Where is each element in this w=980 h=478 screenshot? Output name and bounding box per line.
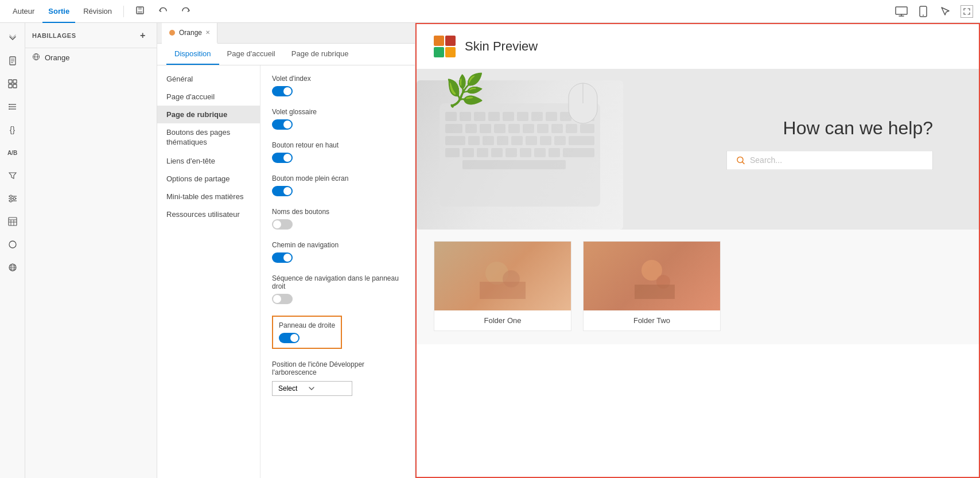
- sidebar-item-orange-label: Orange: [45, 53, 69, 62]
- svg-rect-13: [13, 84, 17, 88]
- noms-boutons-toggle[interactable]: [272, 219, 293, 230]
- svg-rect-42: [445, 112, 457, 121]
- mouse-image: [566, 80, 600, 126]
- chemin-navigation-toggle[interactable]: [272, 252, 293, 263]
- nav-right-area: [895, 5, 973, 18]
- svg-rect-65: [497, 136, 508, 145]
- bouton-retour-row: Bouton retour en haut: [272, 141, 403, 163]
- hero-text-area: How can we help? Search...: [726, 118, 933, 170]
- bouton-retour-toggle[interactable]: [272, 153, 293, 163]
- volet-glossaire-toggle[interactable]: [272, 119, 293, 130]
- bouton-plein-ecran-toggle[interactable]: [272, 186, 293, 196]
- sidebar-item-orange[interactable]: Orange: [25, 48, 157, 67]
- svg-rect-63: [468, 136, 480, 145]
- inner-tab-rubrique[interactable]: Page de rubrique: [283, 44, 357, 65]
- bouton-plein-ecran-label: Bouton mode plein écran: [272, 174, 403, 182]
- save-button[interactable]: [130, 0, 150, 23]
- tab-orange[interactable]: Orange ✕: [162, 23, 217, 44]
- svg-rect-48: [531, 112, 543, 121]
- folder-card-two[interactable]: Folder Two: [583, 241, 721, 331]
- svg-rect-76: [520, 148, 531, 157]
- svg-line-84: [742, 162, 745, 164]
- position-icone-select-value: Select: [278, 384, 297, 392]
- svg-rect-90: [635, 285, 675, 299]
- settings-nav-mini-table[interactable]: Mini-table des matières: [157, 188, 260, 205]
- nav-revision[interactable]: Révision: [77, 0, 118, 23]
- undo-button[interactable]: [153, 0, 173, 23]
- iconbar-expand[interactable]: [2, 28, 23, 48]
- panel-body: Général Page d'accueil Page de rubrique …: [157, 65, 415, 478]
- search-placeholder: Search...: [750, 156, 782, 165]
- globe-icon: [32, 53, 40, 63]
- logo-square-yellow: [445, 47, 456, 57]
- iconbar-ab[interactable]: A/B: [2, 142, 23, 163]
- settings-nav-options-partage[interactable]: Options de partage: [157, 170, 260, 188]
- position-icone-label: Position de l'icône Développer l'arbores…: [272, 360, 403, 376]
- settings-nav-rubrique[interactable]: Page de rubrique: [157, 106, 260, 123]
- svg-rect-79: [563, 148, 594, 157]
- svg-rect-43: [460, 112, 471, 121]
- sequence-navigation-toggle[interactable]: [272, 294, 293, 304]
- nav-auteur[interactable]: Auteur: [7, 0, 40, 23]
- inner-tab-disposition[interactable]: Disposition: [166, 44, 219, 65]
- settings-nav-boutons-thematiques[interactable]: Boutons des pages thématiques: [157, 123, 260, 152]
- preview-border: Skin Preview: [415, 23, 980, 478]
- settings-nav-liens-entete[interactable]: Liens d'en-tête: [157, 152, 260, 170]
- logo-square-red: [445, 36, 456, 46]
- nav-sortie[interactable]: Sortie: [42, 0, 75, 23]
- cursor-tool-button[interactable]: [939, 5, 951, 18]
- folder-card-one[interactable]: Folder One: [434, 241, 571, 331]
- settings-nav-accueil[interactable]: Page d'accueil: [157, 88, 260, 106]
- expand-button[interactable]: [960, 5, 973, 18]
- svg-rect-64: [483, 136, 494, 145]
- plant-decoration: 🌿: [445, 72, 485, 109]
- main-layout: {} A/B HABILLAGES + Orange: [0, 23, 980, 478]
- svg-rect-69: [554, 136, 566, 145]
- iconbar-braces[interactable]: {}: [2, 119, 23, 140]
- iconbar-circle[interactable]: [2, 234, 23, 255]
- logo-square-orange: [434, 36, 444, 46]
- tab-close-button[interactable]: ✕: [205, 29, 210, 36]
- svg-point-19: [9, 108, 10, 110]
- desktop-view-button[interactable]: [895, 5, 908, 18]
- iconbar-globe[interactable]: [2, 257, 23, 278]
- iconbar-sliders[interactable]: [2, 188, 23, 209]
- position-icone-select[interactable]: Select: [272, 381, 352, 396]
- iconbar-grid[interactable]: [2, 73, 23, 94]
- sidebar-header: HABILLAGES +: [25, 23, 157, 48]
- svg-rect-45: [488, 112, 500, 121]
- redo-button[interactable]: [176, 0, 196, 23]
- search-bar[interactable]: Search...: [726, 150, 933, 170]
- svg-rect-49: [546, 112, 557, 121]
- inner-tab-accueil[interactable]: Page d'accueil: [219, 44, 283, 65]
- settings-nav-ressources[interactable]: Ressources utilisateur: [157, 205, 260, 223]
- svg-rect-47: [517, 112, 528, 121]
- panneau-droite-highlight-box: Panneau de droite: [272, 316, 342, 349]
- folder-area: Folder One Folder Two: [417, 230, 979, 344]
- svg-rect-26: [9, 217, 17, 226]
- iconbar-filter[interactable]: [2, 165, 23, 186]
- settings-nav-general[interactable]: Général: [157, 70, 260, 88]
- svg-rect-75: [505, 148, 517, 157]
- svg-rect-3: [896, 7, 907, 14]
- mobile-view-button[interactable]: [917, 5, 930, 18]
- skin-logo: [434, 36, 456, 57]
- settings-content: Volet d'index Volet glossaire Bouton ret…: [260, 65, 415, 478]
- hero-area: 🌿 How can we help?: [417, 69, 979, 230]
- panneau-droite-toggle[interactable]: [279, 333, 300, 343]
- volet-index-toggle[interactable]: [272, 86, 293, 96]
- svg-rect-57: [523, 124, 534, 133]
- add-habillage-button[interactable]: +: [136, 29, 150, 42]
- svg-rect-44: [474, 112, 485, 121]
- svg-rect-54: [480, 124, 491, 133]
- panneau-droite-row: Panneau de droite: [272, 316, 403, 349]
- folder-two-name: Folder Two: [584, 310, 720, 331]
- iconbar-table[interactable]: [2, 211, 23, 232]
- iconbar-page[interactable]: [2, 50, 23, 71]
- svg-rect-77: [534, 148, 546, 157]
- svg-point-5: [923, 14, 924, 15]
- svg-rect-55: [494, 124, 505, 133]
- folder-row: Folder One Folder Two: [434, 241, 962, 331]
- svg-point-40: [169, 30, 175, 36]
- iconbar-list[interactable]: [2, 96, 23, 117]
